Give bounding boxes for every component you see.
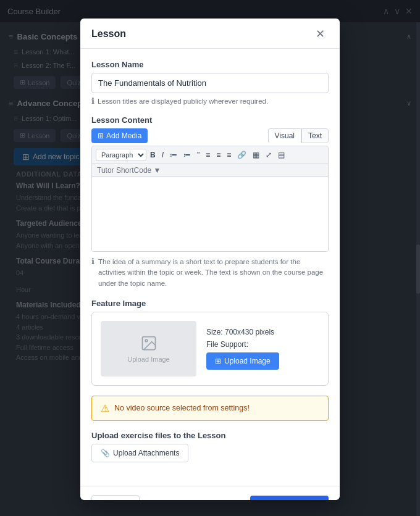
modal-title: Lesson: [91, 28, 126, 40]
editor-top-bar: ⊞ Add Media Visual Text: [91, 128, 329, 143]
align-center-button[interactable]: ≡: [214, 149, 223, 160]
italic-button[interactable]: I: [159, 149, 166, 160]
svg-point-1: [145, 339, 148, 342]
image-placeholder[interactable]: Upload Image: [101, 321, 196, 377]
summary-info-icon: ℹ: [91, 257, 94, 266]
lesson-content-group: Lesson Content ⊞ Add Media Visual Text P…: [91, 115, 329, 289]
feature-image-box: Upload Image Size: 700x430 pixels File S…: [91, 312, 329, 386]
upload-image-button[interactable]: ⊞ Upload Image: [206, 352, 279, 370]
feature-image-label: Feature Image: [91, 299, 329, 308]
ul-button[interactable]: ≔: [167, 149, 180, 160]
editor-toolbar: Paragraph B I ≔ ≔ " ≡ ≡ ≡ 🔗 ▦ ⤢ ▤: [92, 146, 328, 164]
cancel-button[interactable]: Cancel: [91, 495, 140, 500]
upload-attachments-button[interactable]: 📎 Upload Attachments: [91, 444, 188, 462]
lesson-name-helper: ℹ Lesson titles are displayed publicly w…: [91, 96, 329, 106]
image-upload-icon: [140, 335, 158, 352]
image-size-text: Size: 700x430 pixels: [206, 328, 279, 336]
warning-icon: ⚠: [101, 402, 109, 414]
lesson-modal: Lesson ✕ Lesson Name ℹ Lesson titles are…: [80, 19, 340, 500]
view-tabs: Visual Text: [268, 128, 329, 143]
ol-button[interactable]: ≔: [181, 149, 193, 160]
paragraph-select[interactable]: Paragraph: [96, 149, 146, 161]
attachments-section: Upload exercise files to the Lesson 📎 Up…: [91, 431, 329, 462]
bold-button[interactable]: B: [148, 149, 158, 160]
editor-area[interactable]: [92, 177, 328, 251]
modal-footer: Cancel Update Lesson: [80, 486, 340, 500]
modal-header: Lesson ✕: [80, 19, 340, 49]
add-media-button[interactable]: ⊞ Add Media: [91, 128, 148, 143]
tab-visual[interactable]: Visual: [268, 128, 301, 143]
align-right-button[interactable]: ≡: [224, 149, 233, 160]
info-icon: ℹ: [91, 96, 94, 106]
link-button[interactable]: 🔗: [235, 149, 249, 160]
tab-text[interactable]: Text: [301, 128, 329, 143]
file-support-text: File Support:: [206, 340, 279, 349]
lesson-name-group: Lesson Name ℹ Lesson titles are displaye…: [91, 60, 329, 106]
lesson-name-input[interactable]: [91, 73, 329, 93]
shortcode-bar: Tutor ShortCode ▼: [92, 164, 328, 177]
fullscreen-button[interactable]: ⤢: [263, 149, 274, 160]
modal-body: Lesson Name ℹ Lesson titles are displaye…: [80, 49, 340, 486]
image-info: Size: 700x430 pixels File Support: ⊞ Upl…: [206, 328, 279, 370]
feature-image-section: Feature Image Upload Image Size: 700x430…: [91, 299, 329, 386]
media-icon: ⊞: [98, 131, 104, 140]
attachment-icon: 📎: [101, 449, 110, 457]
table-button[interactable]: ▦: [250, 149, 262, 160]
blockquote-button[interactable]: ": [195, 149, 202, 160]
update-lesson-button[interactable]: Update Lesson: [250, 496, 329, 500]
upload-icon: ⊞: [215, 357, 221, 365]
warning-box: ⚠ No video source selected from settings…: [91, 396, 329, 421]
modal-overlay: Lesson ✕ Lesson Name ℹ Lesson titles are…: [0, 0, 420, 516]
toolbar-toggle-button[interactable]: ▤: [275, 149, 287, 160]
exercise-label: Upload exercise files to the Lesson: [91, 431, 329, 440]
modal-close-button[interactable]: ✕: [312, 27, 329, 41]
align-left-button[interactable]: ≡: [203, 149, 212, 160]
summary-note: ℹ The idea of a summary is a short text …: [91, 257, 329, 289]
lesson-name-label: Lesson Name: [91, 60, 329, 69]
editor-container: Paragraph B I ≔ ≔ " ≡ ≡ ≡ 🔗 ▦ ⤢ ▤: [91, 146, 329, 252]
lesson-content-label: Lesson Content: [91, 115, 329, 125]
